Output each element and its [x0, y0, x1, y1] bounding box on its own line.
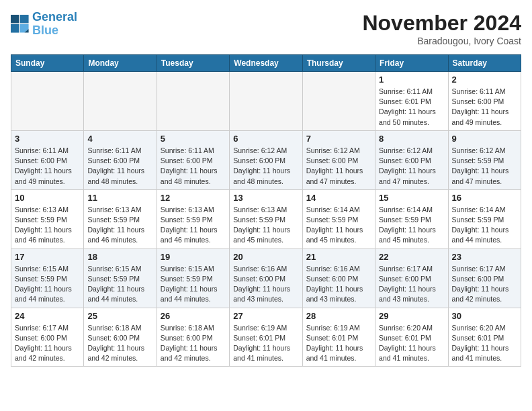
day-number: 19 — [161, 252, 226, 262]
calendar-cell: 18Sunrise: 6:15 AM Sunset: 5:59 PM Dayli… — [84, 248, 157, 308]
day-info: Sunrise: 6:11 AM Sunset: 6:00 PM Dayligh… — [87, 146, 152, 187]
day-info: Sunrise: 6:14 AM Sunset: 5:59 PM Dayligh… — [379, 205, 444, 246]
day-number: 21 — [306, 252, 371, 262]
header: GeneralBlue November 2024 Baradougou, Iv… — [11, 11, 521, 46]
calendar-cell: 15Sunrise: 6:14 AM Sunset: 5:59 PM Dayli… — [375, 189, 448, 248]
calendar-cell: 4Sunrise: 6:11 AM Sunset: 6:00 PM Daylig… — [84, 130, 157, 189]
calendar-cell: 13Sunrise: 6:13 AM Sunset: 5:59 PM Dayli… — [230, 189, 302, 248]
day-info: Sunrise: 6:12 AM Sunset: 6:00 PM Dayligh… — [379, 146, 444, 187]
day-number: 10 — [15, 193, 80, 203]
calendar-cell: 3Sunrise: 6:11 AM Sunset: 6:00 PM Daylig… — [11, 130, 84, 189]
weekday-saturday: Saturday — [448, 55, 521, 72]
day-info: Sunrise: 6:20 AM Sunset: 6:01 PM Dayligh… — [379, 323, 444, 364]
calendar: SundayMondayTuesdayWednesdayThursdayFrid… — [11, 54, 521, 367]
day-number: 26 — [161, 311, 226, 321]
day-info: Sunrise: 6:20 AM Sunset: 6:01 PM Dayligh… — [452, 323, 517, 364]
weekday-friday: Friday — [375, 55, 448, 72]
week-row-4: 17Sunrise: 6:15 AM Sunset: 5:59 PM Dayli… — [11, 248, 521, 308]
day-number: 27 — [233, 311, 298, 321]
day-number: 9 — [452, 134, 517, 144]
day-number: 22 — [379, 252, 444, 262]
day-info: Sunrise: 6:11 AM Sunset: 6:00 PM Dayligh… — [161, 146, 226, 187]
day-info: Sunrise: 6:11 AM Sunset: 6:01 PM Dayligh… — [379, 87, 444, 128]
weekday-header-row: SundayMondayTuesdayWednesdayThursdayFrid… — [11, 55, 521, 72]
weekday-monday: Monday — [84, 55, 157, 72]
calendar-cell: 8Sunrise: 6:12 AM Sunset: 6:00 PM Daylig… — [375, 130, 448, 189]
calendar-cell: 11Sunrise: 6:13 AM Sunset: 5:59 PM Dayli… — [84, 189, 157, 248]
day-info: Sunrise: 6:12 AM Sunset: 5:59 PM Dayligh… — [452, 146, 517, 187]
day-number: 1 — [379, 75, 444, 85]
weekday-sunday: Sunday — [11, 55, 84, 72]
calendar-cell: 22Sunrise: 6:17 AM Sunset: 6:00 PM Dayli… — [375, 248, 448, 308]
calendar-cell: 5Sunrise: 6:11 AM Sunset: 6:00 PM Daylig… — [157, 130, 229, 189]
day-info: Sunrise: 6:12 AM Sunset: 6:00 PM Dayligh… — [233, 146, 298, 187]
day-info: Sunrise: 6:13 AM Sunset: 5:59 PM Dayligh… — [87, 205, 152, 246]
weekday-wednesday: Wednesday — [230, 55, 302, 72]
calendar-cell: 25Sunrise: 6:18 AM Sunset: 6:00 PM Dayli… — [84, 308, 157, 367]
day-info: Sunrise: 6:19 AM Sunset: 6:01 PM Dayligh… — [306, 323, 371, 364]
day-info: Sunrise: 6:15 AM Sunset: 5:59 PM Dayligh… — [15, 264, 80, 305]
calendar-cell: 27Sunrise: 6:19 AM Sunset: 6:01 PM Dayli… — [230, 308, 302, 367]
calendar-cell — [230, 72, 302, 131]
calendar-body: 1Sunrise: 6:11 AM Sunset: 6:01 PM Daylig… — [11, 72, 521, 367]
calendar-cell: 14Sunrise: 6:14 AM Sunset: 5:59 PM Dayli… — [302, 189, 375, 248]
day-info: Sunrise: 6:17 AM Sunset: 6:00 PM Dayligh… — [379, 264, 444, 305]
day-number: 3 — [15, 134, 80, 144]
day-number: 17 — [15, 252, 80, 262]
svg-rect-2 — [11, 24, 19, 33]
day-number: 13 — [233, 193, 298, 203]
calendar-cell: 2Sunrise: 6:11 AM Sunset: 6:00 PM Daylig… — [448, 72, 521, 131]
svg-rect-1 — [20, 15, 29, 24]
day-number: 16 — [452, 193, 517, 203]
day-number: 4 — [87, 134, 152, 144]
logo: GeneralBlue — [11, 11, 77, 38]
day-number: 14 — [306, 193, 371, 203]
svg-rect-0 — [11, 15, 19, 24]
calendar-cell: 17Sunrise: 6:15 AM Sunset: 5:59 PM Dayli… — [11, 248, 84, 308]
day-info: Sunrise: 6:16 AM Sunset: 6:00 PM Dayligh… — [233, 264, 298, 305]
day-info: Sunrise: 6:16 AM Sunset: 6:00 PM Dayligh… — [306, 264, 371, 305]
day-number: 7 — [306, 134, 371, 144]
day-info: Sunrise: 6:11 AM Sunset: 6:00 PM Dayligh… — [452, 87, 517, 128]
calendar-cell: 26Sunrise: 6:18 AM Sunset: 6:00 PM Dayli… — [157, 308, 229, 367]
day-number: 24 — [15, 311, 80, 321]
day-info: Sunrise: 6:18 AM Sunset: 6:00 PM Dayligh… — [87, 323, 152, 364]
week-row-3: 10Sunrise: 6:13 AM Sunset: 5:59 PM Dayli… — [11, 189, 521, 248]
day-info: Sunrise: 6:18 AM Sunset: 6:00 PM Dayligh… — [161, 323, 226, 364]
day-number: 11 — [87, 193, 152, 203]
calendar-cell: 1Sunrise: 6:11 AM Sunset: 6:01 PM Daylig… — [375, 72, 448, 131]
calendar-cell: 23Sunrise: 6:17 AM Sunset: 6:00 PM Dayli… — [448, 248, 521, 308]
day-number: 8 — [379, 134, 444, 144]
day-info: Sunrise: 6:17 AM Sunset: 6:00 PM Dayligh… — [452, 264, 517, 305]
week-row-1: 1Sunrise: 6:11 AM Sunset: 6:01 PM Daylig… — [11, 72, 521, 131]
day-number: 30 — [452, 311, 517, 321]
day-number: 5 — [161, 134, 226, 144]
day-info: Sunrise: 6:12 AM Sunset: 6:00 PM Dayligh… — [306, 146, 371, 187]
day-number: 12 — [161, 193, 226, 203]
location-subtitle: Baradougou, Ivory Coast — [362, 36, 521, 46]
day-info: Sunrise: 6:15 AM Sunset: 5:59 PM Dayligh… — [161, 264, 226, 305]
day-info: Sunrise: 6:13 AM Sunset: 5:59 PM Dayligh… — [233, 205, 298, 246]
calendar-cell: 6Sunrise: 6:12 AM Sunset: 6:00 PM Daylig… — [230, 130, 302, 189]
calendar-cell: 16Sunrise: 6:14 AM Sunset: 5:59 PM Dayli… — [448, 189, 521, 248]
calendar-cell: 10Sunrise: 6:13 AM Sunset: 5:59 PM Dayli… — [11, 189, 84, 248]
calendar-cell: 21Sunrise: 6:16 AM Sunset: 6:00 PM Dayli… — [302, 248, 375, 308]
month-title: November 2024 — [362, 11, 521, 36]
day-number: 29 — [379, 311, 444, 321]
logo-icon — [11, 15, 30, 34]
week-row-5: 24Sunrise: 6:17 AM Sunset: 6:00 PM Dayli… — [11, 308, 521, 367]
calendar-cell: 30Sunrise: 6:20 AM Sunset: 6:01 PM Dayli… — [448, 308, 521, 367]
calendar-cell: 20Sunrise: 6:16 AM Sunset: 6:00 PM Dayli… — [230, 248, 302, 308]
day-number: 28 — [306, 311, 371, 321]
weekday-thursday: Thursday — [302, 55, 375, 72]
day-info: Sunrise: 6:15 AM Sunset: 5:59 PM Dayligh… — [87, 264, 152, 305]
day-info: Sunrise: 6:19 AM Sunset: 6:01 PM Dayligh… — [233, 323, 298, 364]
weekday-tuesday: Tuesday — [157, 55, 229, 72]
calendar-cell — [157, 72, 229, 131]
calendar-cell: 12Sunrise: 6:13 AM Sunset: 5:59 PM Dayli… — [157, 189, 229, 248]
day-info: Sunrise: 6:14 AM Sunset: 5:59 PM Dayligh… — [452, 205, 517, 246]
day-info: Sunrise: 6:14 AM Sunset: 5:59 PM Dayligh… — [306, 205, 371, 246]
day-number: 15 — [379, 193, 444, 203]
calendar-cell: 24Sunrise: 6:17 AM Sunset: 6:00 PM Dayli… — [11, 308, 84, 367]
day-info: Sunrise: 6:17 AM Sunset: 6:00 PM Dayligh… — [15, 323, 80, 364]
